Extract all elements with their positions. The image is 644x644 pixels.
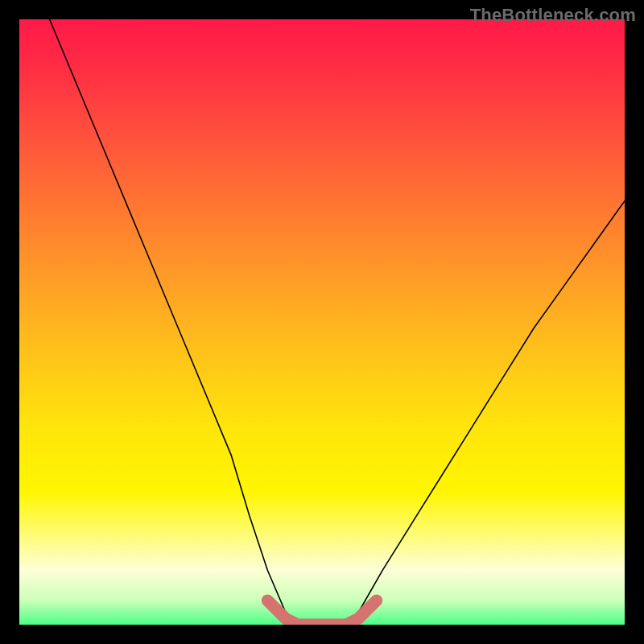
- bottleneck-curve: [50, 19, 625, 625]
- plot-area: [19, 19, 625, 625]
- minimum-band: [267, 601, 376, 625]
- watermark-text: TheBottleneck.com: [470, 5, 636, 26]
- curve-layer: [19, 19, 625, 625]
- chart-container: TheBottleneck.com: [0, 0, 644, 644]
